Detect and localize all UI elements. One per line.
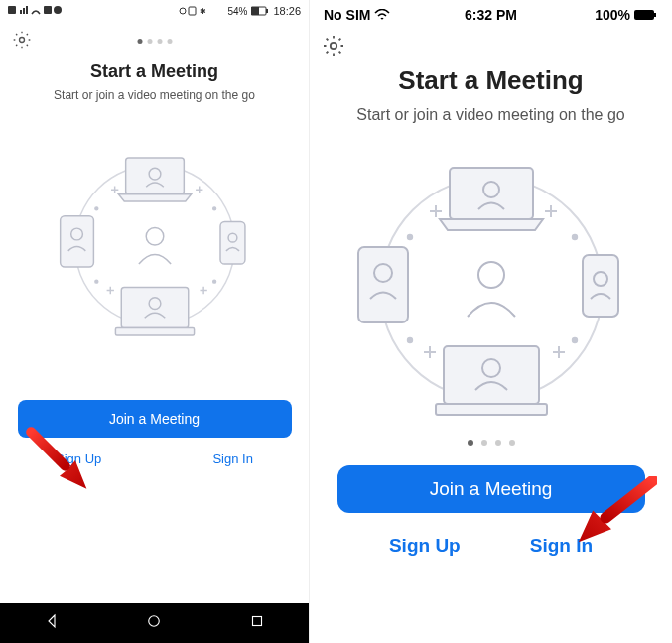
svg-point-3 bbox=[180, 8, 186, 14]
svg-rect-17 bbox=[121, 288, 188, 328]
svg-point-43 bbox=[407, 337, 411, 341]
android-status-bar: ✱ 54% 18:26 bbox=[0, 0, 309, 22]
page-title: Start a Meeting bbox=[0, 62, 309, 82]
nav-home-icon[interactable] bbox=[145, 612, 163, 634]
svg-point-44 bbox=[572, 337, 576, 341]
svg-rect-33 bbox=[358, 247, 408, 322]
svg-point-41 bbox=[407, 234, 411, 238]
android-nav-bar bbox=[0, 603, 309, 643]
status-icons-right: ✱ 54% 18:26 bbox=[178, 5, 301, 17]
svg-point-40 bbox=[478, 262, 504, 288]
svg-rect-1 bbox=[44, 6, 52, 14]
svg-point-29 bbox=[331, 43, 336, 49]
svg-text:✱: ✱ bbox=[200, 7, 206, 16]
page-subtitle: Start or join a video meeting on the go bbox=[310, 104, 672, 126]
svg-rect-18 bbox=[115, 328, 194, 335]
svg-point-23 bbox=[94, 280, 97, 283]
carrier-label: No SIM bbox=[324, 7, 370, 23]
svg-rect-38 bbox=[436, 404, 547, 415]
sign-up-link[interactable]: Sign Up bbox=[389, 535, 461, 557]
svg-rect-13 bbox=[60, 216, 93, 267]
join-meeting-button[interactable]: Join a Meeting bbox=[18, 400, 292, 438]
status-time: 6:32 PM bbox=[465, 7, 517, 23]
svg-rect-28 bbox=[654, 13, 656, 17]
svg-point-24 bbox=[212, 280, 215, 283]
meeting-illustration bbox=[342, 140, 640, 438]
svg-point-25 bbox=[149, 616, 160, 627]
page-indicator-top bbox=[137, 39, 172, 44]
svg-rect-11 bbox=[125, 158, 184, 194]
ios-status-bar: No SIM 6:32 PM 100% bbox=[310, 0, 672, 26]
svg-rect-4 bbox=[189, 7, 196, 15]
android-screen: ✱ 54% 18:26 Start a Meeting Start or joi… bbox=[0, 0, 310, 643]
battery-icon bbox=[251, 6, 269, 16]
nav-back-icon[interactable] bbox=[43, 612, 61, 634]
page-title: Start a Meeting bbox=[310, 65, 672, 96]
svg-point-2 bbox=[54, 6, 62, 14]
page-indicator-bottom bbox=[310, 440, 672, 446]
svg-rect-7 bbox=[251, 7, 259, 15]
svg-rect-27 bbox=[634, 10, 654, 20]
svg-rect-37 bbox=[444, 346, 539, 404]
gear-icon[interactable] bbox=[12, 30, 34, 52]
svg-rect-26 bbox=[253, 617, 262, 626]
svg-point-21 bbox=[94, 207, 97, 210]
svg-point-22 bbox=[212, 207, 215, 210]
gear-icon[interactable] bbox=[322, 34, 343, 56]
svg-point-42 bbox=[572, 234, 576, 238]
nav-recent-icon[interactable] bbox=[248, 612, 266, 634]
battery-icon bbox=[634, 9, 658, 21]
page-subtitle: Start or join a video meeting on the go bbox=[0, 88, 309, 102]
sign-in-link[interactable]: Sign In bbox=[212, 451, 252, 466]
meeting-illustration bbox=[46, 136, 264, 354]
svg-point-9 bbox=[20, 38, 25, 43]
status-time: 18:26 bbox=[273, 5, 301, 17]
battery-percentage: 54% bbox=[227, 6, 247, 17]
status-icons-left bbox=[8, 5, 67, 17]
svg-rect-8 bbox=[266, 9, 268, 13]
sign-in-link[interactable]: Sign In bbox=[530, 535, 593, 557]
ios-screen: No SIM 6:32 PM 100% Start a Meeting Star… bbox=[310, 0, 672, 643]
svg-rect-0 bbox=[8, 6, 16, 14]
sign-up-link[interactable]: Sign Up bbox=[56, 451, 101, 466]
wifi-icon bbox=[374, 9, 390, 21]
battery-percentage: 100% bbox=[595, 7, 630, 23]
join-meeting-button[interactable]: Join a Meeting bbox=[337, 465, 645, 513]
svg-point-20 bbox=[146, 227, 164, 245]
svg-rect-31 bbox=[450, 168, 533, 219]
